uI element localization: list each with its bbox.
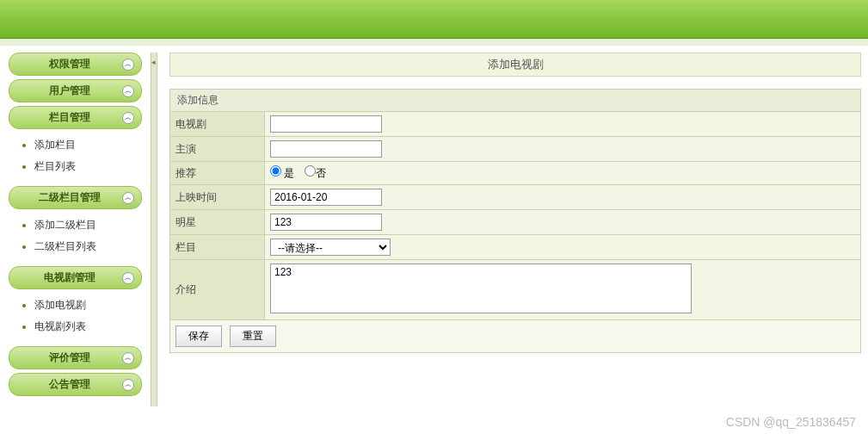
stars-input[interactable] (270, 214, 382, 231)
reset-button[interactable]: 重置 (230, 326, 276, 347)
intro-textarea[interactable] (270, 264, 692, 313)
label-tvname: 电视剧 (170, 112, 265, 137)
sidebar-section-label: 二级栏目管理 (16, 190, 122, 205)
sidebar-section-label: 电视剧管理 (16, 270, 122, 285)
sidebar-section-tvshow[interactable]: 电视剧管理 ︿ (9, 266, 142, 289)
form-table: 电视剧 主演 推荐 是 否 上映时间 明 (169, 111, 861, 320)
recommend-no-radio[interactable] (305, 165, 316, 177)
sidebar-item-add-category[interactable]: 添加栏目 (34, 134, 142, 156)
sidebar-item-add-tvshow[interactable]: 添加电视剧 (34, 294, 142, 316)
save-button[interactable]: 保存 (175, 326, 222, 347)
button-bar: 保存 重置 (169, 320, 861, 353)
fieldset-title: 添加信息 (169, 89, 861, 111)
sidebar-section-label: 权限管理 (16, 57, 122, 71)
sidebar-section-reviews[interactable]: 评价管理 ︿ (9, 346, 142, 369)
chevron-up-icon: ︿ (122, 352, 134, 364)
collapse-left-icon: ◂ (151, 58, 156, 66)
release-input[interactable] (270, 189, 382, 206)
chevron-up-icon: ︿ (122, 379, 134, 391)
sidebar-section-users[interactable]: 用户管理 ︿ (9, 79, 142, 102)
app-header-bar (0, 0, 868, 39)
page-title: 添加电视剧 (169, 53, 861, 77)
sidebar-section-category[interactable]: 栏目管理 ︿ (9, 106, 142, 129)
category-select[interactable]: --请选择-- (270, 239, 391, 256)
recommend-yes-radio[interactable] (270, 165, 281, 177)
chevron-up-icon: ︿ (122, 112, 134, 124)
sidebar-item-list-tvshow[interactable]: 电视剧列表 (34, 316, 142, 338)
recommend-yes-label: 是 (284, 167, 294, 179)
recommend-no-option[interactable]: 否 (305, 167, 326, 179)
pane-divider[interactable]: ◂ (151, 53, 157, 406)
chevron-up-icon: ︿ (122, 272, 134, 284)
chevron-up-icon: ︿ (122, 85, 134, 97)
main-content: 添加电视剧 添加信息 电视剧 主演 推荐 是 否 (157, 46, 868, 406)
sidebar-section-subcategory[interactable]: 二级栏目管理 ︿ (9, 186, 142, 209)
label-release: 上映时间 (170, 185, 265, 210)
recommend-no-label: 否 (316, 167, 326, 179)
sidebar-section-label: 评价管理 (16, 350, 122, 365)
header-sub-bar (0, 39, 868, 46)
label-category: 栏目 (170, 235, 265, 260)
sidebar-section-label: 栏目管理 (16, 110, 122, 125)
actors-input[interactable] (270, 140, 382, 158)
chevron-up-icon: ︿ (122, 192, 134, 204)
sidebar-item-add-subcategory[interactable]: 添加二级栏目 (34, 214, 142, 236)
sidebar-section-label: 用户管理 (16, 84, 122, 98)
sidebar-item-list-category[interactable]: 栏目列表 (34, 156, 142, 177)
recommend-yes-option[interactable]: 是 (270, 167, 294, 179)
sidebar-section-label: 公告管理 (16, 377, 122, 392)
sidebar-section-notices[interactable]: 公告管理 ︿ (9, 373, 142, 396)
sidebar-item-list-subcategory[interactable]: 二级栏目列表 (34, 236, 142, 257)
label-intro: 介绍 (170, 260, 265, 320)
chevron-up-icon: ︿ (122, 59, 134, 71)
label-stars: 明星 (170, 210, 265, 235)
label-recommend: 推荐 (170, 162, 265, 185)
tvname-input[interactable] (270, 115, 382, 133)
label-actors: 主演 (170, 137, 265, 162)
sidebar: 权限管理 ︿ 用户管理 ︿ 栏目管理 ︿ 添加栏目 栏目列表 二级栏目管理 ︿ (0, 46, 151, 406)
sidebar-section-permissions[interactable]: 权限管理 ︿ (9, 53, 142, 76)
